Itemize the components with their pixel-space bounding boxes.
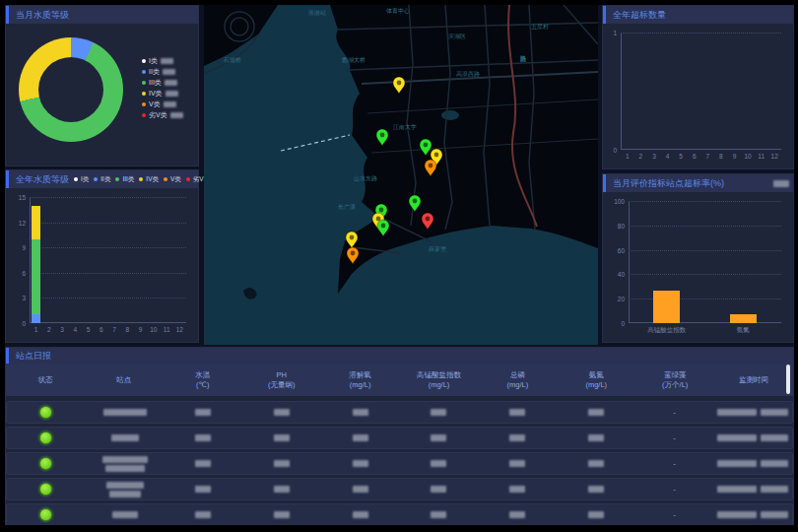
legend-item[interactable]: V类 bbox=[142, 99, 183, 109]
legend-item[interactable]: IV类 bbox=[139, 170, 159, 188]
time-cell bbox=[713, 408, 792, 417]
measure-cell bbox=[242, 459, 321, 468]
map-place-label: 薛家里 bbox=[429, 245, 447, 252]
map-pin-hole bbox=[413, 199, 418, 204]
panel-title: 全年超标数量 bbox=[613, 6, 666, 24]
legend-item[interactable]: II类 bbox=[142, 66, 183, 77]
time-cell bbox=[713, 433, 792, 442]
legend-dot bbox=[142, 113, 146, 117]
legend-item-redacted[interactable] bbox=[773, 180, 789, 187]
legend-item[interactable]: 劣V类 bbox=[142, 109, 183, 120]
map-place-label: 五星村 bbox=[531, 24, 549, 31]
redacted-value bbox=[103, 409, 147, 416]
legend-dot bbox=[142, 70, 146, 74]
map-pin-hole bbox=[397, 81, 402, 86]
redacted-value bbox=[111, 434, 139, 441]
legend-label: II类 bbox=[149, 67, 160, 77]
measure-cell bbox=[478, 408, 557, 417]
donut-chart bbox=[19, 37, 123, 142]
donut-hole bbox=[38, 57, 103, 122]
redacted-value bbox=[431, 409, 446, 416]
legend-item[interactable]: I类 bbox=[74, 170, 89, 188]
table-body: ----- bbox=[6, 398, 793, 524]
panel-title: 全年水质等级 bbox=[16, 170, 69, 188]
panel-exceed-rate: 当月评价指标站点超标率(%) 020406080100高锰酸盐指数氨氮 bbox=[602, 173, 794, 343]
redacted-value bbox=[112, 511, 138, 518]
legend-item[interactable]: II类 bbox=[94, 170, 110, 188]
x-axis-tick-label: 10 bbox=[150, 326, 157, 333]
map-pin-hole bbox=[350, 235, 355, 240]
gridline bbox=[30, 223, 186, 224]
measure-cell bbox=[164, 408, 242, 417]
x-axis-tick-label: 11 bbox=[164, 326, 170, 333]
map-place-label: 滨湖区 bbox=[448, 33, 466, 39]
redacted-value bbox=[274, 409, 290, 416]
measure-cell bbox=[164, 459, 242, 468]
table-row[interactable]: - bbox=[6, 452, 793, 475]
legend-dot bbox=[139, 177, 143, 181]
gridline bbox=[629, 250, 781, 251]
redacted-value bbox=[109, 491, 141, 498]
station-cell bbox=[86, 510, 165, 519]
exceed-count-chart: 01123456789101112 bbox=[607, 26, 789, 165]
bar-segment bbox=[32, 239, 40, 315]
map-place-label: 蠡湖大桥 bbox=[342, 56, 366, 63]
column-header: 站点 bbox=[85, 364, 164, 396]
algae-cell: - bbox=[635, 459, 714, 468]
donut-legend: I类II类III类IV类V类劣V类 bbox=[142, 55, 183, 120]
column-header: 水温(℃) bbox=[164, 364, 242, 396]
table-row[interactable]: - bbox=[6, 478, 793, 500]
algae-cell: - bbox=[635, 433, 714, 442]
x-axis-tick-label: 10 bbox=[744, 153, 751, 160]
legend-item[interactable]: I类 bbox=[142, 55, 183, 66]
redacted-value bbox=[509, 460, 525, 467]
redacted-value bbox=[509, 409, 525, 416]
x-axis-tick-label: 9 bbox=[733, 153, 737, 160]
redacted-value bbox=[102, 456, 148, 463]
measure-cell bbox=[557, 485, 635, 494]
map-canvas[interactable]: 渔港站体育中心石塘桥滨湖区五星村高浪西路蠡湖大桥江南大学隐秀路山水东路长广溪薛家… bbox=[204, 5, 598, 345]
gridline bbox=[629, 201, 781, 202]
redacted-value bbox=[353, 486, 368, 493]
x-axis-tick-label: 3 bbox=[652, 153, 656, 160]
status-dot bbox=[39, 457, 52, 470]
redacted-value bbox=[274, 434, 290, 441]
redacted-value bbox=[588, 434, 604, 441]
x-axis-tick-label: 5 bbox=[679, 153, 683, 160]
x-axis-tick-label: 8 bbox=[719, 153, 723, 160]
table-row[interactable]: - bbox=[6, 427, 793, 449]
legend-item[interactable]: III类 bbox=[115, 170, 134, 188]
legend-item[interactable]: IV类 bbox=[142, 88, 183, 99]
table-row[interactable]: - bbox=[6, 401, 793, 424]
redacted-value bbox=[195, 409, 211, 416]
legend-item[interactable]: III类 bbox=[142, 77, 183, 88]
redacted-value bbox=[761, 409, 788, 416]
redacted-value bbox=[353, 434, 368, 441]
redacted-value bbox=[761, 511, 788, 518]
panel-title: 当月评价指标站点超标率(%) bbox=[613, 174, 724, 192]
gridline bbox=[30, 298, 186, 299]
bar bbox=[653, 291, 680, 323]
x-axis-tick-label: 2 bbox=[47, 326, 51, 333]
table-row[interactable]: - bbox=[6, 503, 793, 524]
legend-dot bbox=[74, 177, 78, 181]
map[interactable]: 渔港站体育中心石塘桥滨湖区五星村高浪西路蠡湖大桥江南大学隐秀路山水东路长广溪薛家… bbox=[204, 5, 598, 345]
table-scrollbar[interactable] bbox=[786, 365, 790, 394]
redacted-value bbox=[717, 511, 757, 518]
legend-label: III类 bbox=[122, 170, 134, 188]
station-cell bbox=[86, 455, 165, 473]
x-axis-tick-label: 12 bbox=[771, 153, 778, 160]
redacted-value bbox=[717, 409, 757, 416]
algae-value: - bbox=[673, 485, 676, 494]
x-axis-tick-label: 1 bbox=[626, 153, 630, 160]
y-axis-tick-label: 100 bbox=[607, 198, 625, 205]
y-axis-tick-label: 40 bbox=[607, 271, 625, 278]
measure-cell bbox=[478, 459, 557, 468]
status-cell bbox=[7, 483, 86, 496]
legend-item[interactable]: V类 bbox=[164, 170, 181, 188]
legend-label: I类 bbox=[81, 170, 89, 188]
redacted-value bbox=[509, 511, 525, 518]
time-cell bbox=[713, 485, 792, 494]
legend-value-redacted bbox=[170, 112, 183, 118]
x-axis-tick-label: 2 bbox=[639, 153, 643, 160]
